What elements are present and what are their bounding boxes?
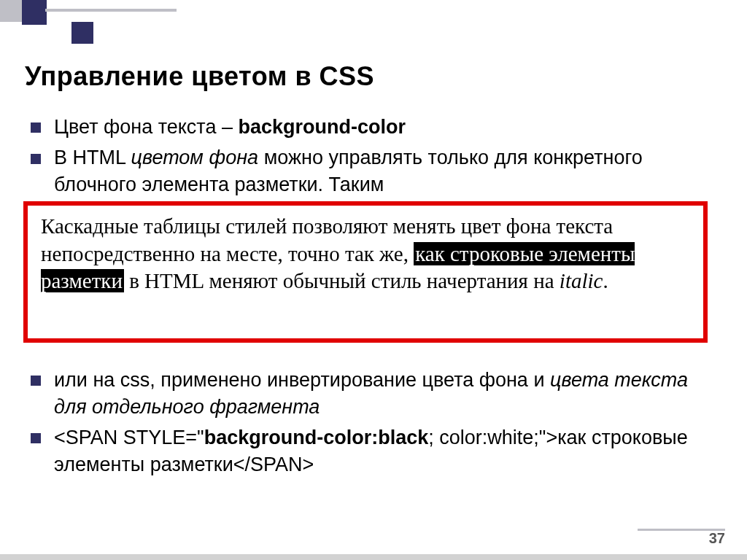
deco-square-grey <box>0 0 22 22</box>
example-box: Каскадные таблицы стилей позволяют менят… <box>23 201 708 343</box>
bullet-3-a: или на css, применено инвертирование цве… <box>54 369 550 391</box>
bullet-4-a: <SPAN STYLE=" <box>54 427 204 448</box>
deco-square-navy-2 <box>71 22 93 44</box>
after-box-spacer: или на css, применено инвертирование цве… <box>25 367 722 478</box>
deco-bar <box>45 9 177 12</box>
bullet-4: <SPAN STYLE="background-color:black; col… <box>25 424 722 478</box>
example-italic: italic <box>560 269 603 292</box>
bottom-edge <box>0 554 747 560</box>
bullet-list-2: или на css, применено инвертирование цве… <box>25 367 722 478</box>
bullet-2-italic: цветом фона <box>131 147 259 168</box>
example-line2a: в HTML меняют обычный стиль начертания н… <box>124 269 560 292</box>
bullet-1: Цвет фона текста – background-color <box>25 114 722 140</box>
bullet-2-a: В HTML <box>54 147 131 168</box>
bullet-1-bold: background-color <box>238 116 406 138</box>
deco-square-navy-1 <box>22 0 47 25</box>
bullet-4-bold: background-color:black <box>204 427 429 448</box>
bullet-1-text: Цвет фона текста – <box>54 116 238 138</box>
bullet-3: или на css, применено инвертирование цве… <box>25 367 722 420</box>
bullet-2: В HTML цветом фона можно управлять тольк… <box>25 144 722 198</box>
slide-title: Управление цветом в CSS <box>25 61 722 92</box>
page-number: 37 <box>709 530 725 547</box>
bullet-list: Цвет фона текста – background-color В HT… <box>25 114 722 198</box>
example-period: . <box>603 269 608 292</box>
slide: Управление цветом в CSS Цвет фона текста… <box>0 0 747 560</box>
corner-decoration <box>0 0 168 44</box>
